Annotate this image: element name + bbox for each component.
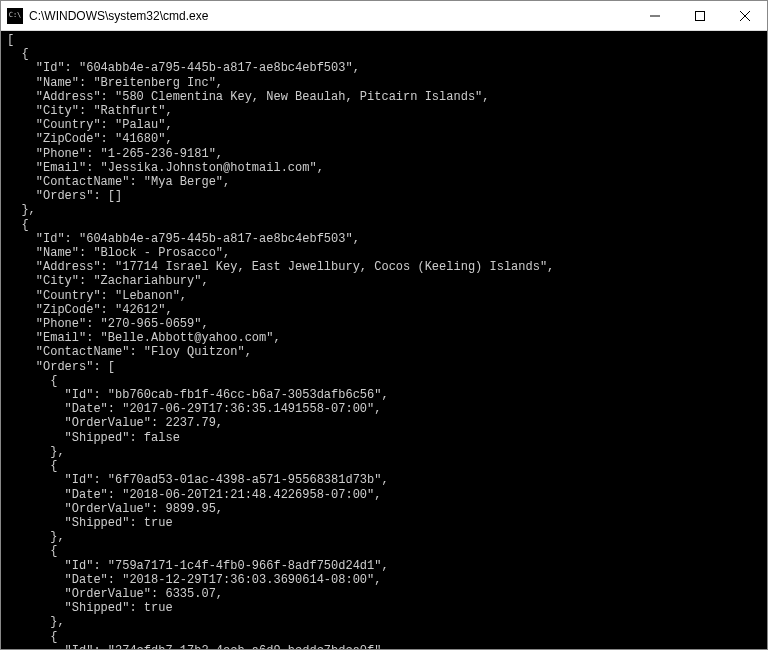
minimize-button[interactable] <box>632 1 677 30</box>
svg-rect-1 <box>695 11 704 20</box>
console-output[interactable]: [ { "Id": "604abb4e-a795-445b-a817-ae8bc… <box>1 31 767 649</box>
cmd-icon <box>7 8 23 24</box>
window-controls <box>632 1 767 30</box>
maximize-button[interactable] <box>677 1 722 30</box>
cmd-window: C:\WINDOWS\system32\cmd.exe [ { "Id": "6… <box>0 0 768 650</box>
window-title: C:\WINDOWS\system32\cmd.exe <box>29 9 632 23</box>
titlebar[interactable]: C:\WINDOWS\system32\cmd.exe <box>1 1 767 31</box>
close-button[interactable] <box>722 1 767 30</box>
